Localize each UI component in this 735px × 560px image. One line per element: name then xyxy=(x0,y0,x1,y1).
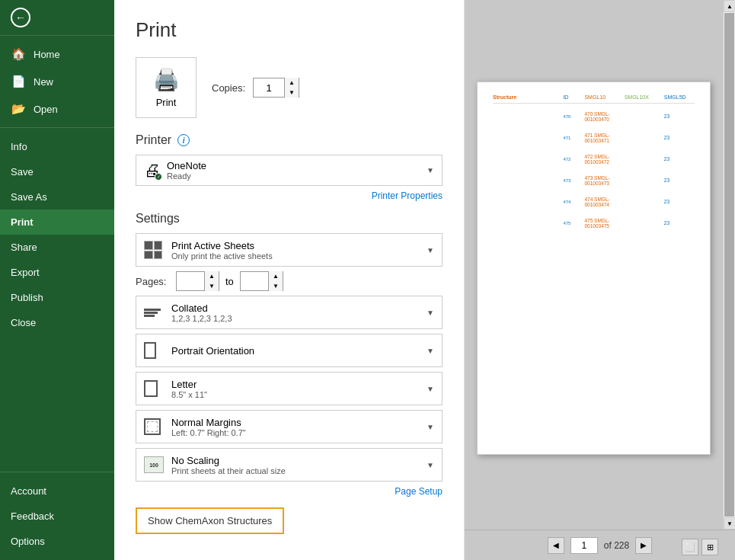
scroll-down[interactable]: ▼ xyxy=(724,517,735,530)
preview-v1-2: 472 SMGL-001003472 xyxy=(584,154,615,165)
print-panel: Print 🖨️ Print Copies: ▲ ▼ xyxy=(114,0,735,560)
collated-icon xyxy=(144,309,165,317)
preview-data-row-1: 471 471 SMGL-001003471 23 xyxy=(493,133,695,143)
pages-from-field[interactable] xyxy=(177,272,204,290)
margins-dropdown[interactable]: Normal Margins Left: 0.7" Right: 0.7" ▼ xyxy=(136,410,443,443)
print-sheets-icon xyxy=(144,241,165,259)
preview-id-2: 472 xyxy=(563,157,575,162)
margins-text: Normal Margins Left: 0.7" Right: 0.7" xyxy=(171,417,420,437)
collated-main: Collated xyxy=(171,302,420,314)
print-sheets-dropdown[interactable]: Print Active Sheets Only print the activ… xyxy=(136,233,443,267)
new-icon: 📄 xyxy=(11,75,26,88)
pages-to-up[interactable]: ▲ xyxy=(269,271,283,281)
print-button-label: Print xyxy=(156,97,177,108)
sidebar-item-new[interactable]: 📄 New xyxy=(0,68,114,95)
pages-to-label: to xyxy=(225,276,234,287)
page-title: Print xyxy=(136,18,443,42)
sidebar-item-home-label: Home xyxy=(34,49,60,60)
orientation-arrow: ▼ xyxy=(427,347,434,355)
sidebar-item-feedback-label: Feedback xyxy=(11,510,54,522)
sidebar-item-print[interactable]: Print xyxy=(0,210,114,235)
collated-sub: 1,2,3 1,2,3 1,2,3 xyxy=(171,314,420,323)
page-setup-link[interactable]: Page Setup xyxy=(136,486,443,497)
sidebar-item-save[interactable]: Save xyxy=(0,159,114,184)
scaling-sub: Print sheets at their actual size xyxy=(171,466,420,475)
copies-decrement[interactable]: ▼ xyxy=(285,88,299,98)
printer-icon: 🖨️ xyxy=(153,67,180,92)
preview-id-5: 475 xyxy=(563,221,575,226)
preview-v3-4: 23 xyxy=(664,199,695,204)
sidebar-item-options[interactable]: Options xyxy=(0,529,114,554)
preview-data-row-0: 470 470 SMGL-001003470 23 xyxy=(493,111,695,122)
preview-scrollbar: ▲ ▼ xyxy=(723,0,735,530)
view-icons: ⬜ ⊞ xyxy=(682,539,718,555)
preview-col-structure: Structure xyxy=(493,94,554,100)
sidebar-item-saveas[interactable]: Save As xyxy=(0,184,114,210)
pages-label: Pages: xyxy=(136,276,170,287)
scroll-up[interactable]: ▲ xyxy=(724,0,735,12)
pages-to-down[interactable]: ▼ xyxy=(269,281,283,291)
copies-increment[interactable]: ▲ xyxy=(285,78,299,88)
preview-col-smgl10: SMGL10 xyxy=(584,94,615,100)
pages-from-wrap: ▲ ▼ xyxy=(176,271,219,291)
orientation-dropdown[interactable]: Portrait Orientation ▼ xyxy=(136,334,443,367)
copies-field[interactable] xyxy=(254,78,284,97)
preview-col-id: ID xyxy=(563,94,575,100)
scaling-main: No Scaling xyxy=(171,455,420,466)
sidebar-item-publish[interactable]: Publish xyxy=(0,285,114,310)
sidebar-item-info[interactable]: Info xyxy=(0,134,114,159)
show-chemaxon-button[interactable]: Show ChemAxon Structures xyxy=(136,507,284,534)
sidebar-item-open[interactable]: 📂 Open xyxy=(0,95,114,123)
preview-v1-0: 470 SMGL-001003470 xyxy=(584,111,615,122)
sidebar-item-close[interactable]: Close xyxy=(0,310,114,335)
printer-info-icon[interactable]: i xyxy=(177,134,190,146)
preview-sheet: Structure ID SMGL10 SMGL10X SMGL5D 470 4… xyxy=(477,82,711,455)
preview-nav: ◀ of 228 ▶ ⬜ ⊞ xyxy=(465,530,735,560)
copies-row: Copies: ▲ ▼ xyxy=(212,78,299,98)
single-page-view-button[interactable]: ⬜ xyxy=(682,539,698,555)
print-sheets-arrow: ▼ xyxy=(427,246,434,254)
preview-id-3: 473 xyxy=(563,178,575,183)
scaling-text: No Scaling Print sheets at their actual … xyxy=(171,455,420,475)
preview-content: Structure ID SMGL10 SMGL10X SMGL5D 470 4… xyxy=(478,82,710,454)
pages-from-down[interactable]: ▼ xyxy=(205,281,219,291)
sidebar-item-publish-label: Publish xyxy=(11,292,43,303)
copies-spinner: ▲ ▼ xyxy=(284,78,299,98)
prev-page-button[interactable]: ◀ xyxy=(548,537,564,554)
sidebar-item-home[interactable]: 🏠 Home xyxy=(0,40,114,68)
paper-sub: 8.5" x 11" xyxy=(171,390,420,399)
sidebar-item-export[interactable]: Export xyxy=(0,260,114,285)
scaling-dropdown[interactable]: 100 No Scaling Print sheets at their act… xyxy=(136,448,443,482)
sidebar-menu: Info Save Save As Print Share Export Pub… xyxy=(0,128,114,472)
multi-page-view-button[interactable]: ⊞ xyxy=(701,539,718,555)
collated-dropdown[interactable]: Collated 1,2,3 1,2,3 1,2,3 ▼ xyxy=(136,296,443,329)
preview-v3-2: 23 xyxy=(664,156,695,162)
sidebar-nav-top: 🏠 Home 📄 New 📂 Open xyxy=(0,36,114,128)
preview-col-smgl5d: SMGL5D xyxy=(664,94,695,100)
back-button[interactable]: ← xyxy=(0,0,114,36)
printer-dropdown[interactable]: 🖨 OneNote Ready ▼ xyxy=(136,155,443,186)
printer-dropdown-arrow: ▼ xyxy=(427,166,434,174)
preview-v3-0: 23 xyxy=(664,114,695,119)
preview-v1-4: 474 SMGL-001003474 xyxy=(584,197,615,207)
margins-icon xyxy=(144,418,165,435)
sidebar-item-info-label: Info xyxy=(11,141,27,152)
preview-v1-3: 473 SMGL-001003473 xyxy=(584,175,615,186)
page-number-input[interactable] xyxy=(570,537,598,554)
printer-properties-link[interactable]: Printer Properties xyxy=(136,190,443,201)
sidebar-item-share[interactable]: Share xyxy=(0,235,114,260)
sidebar-item-account[interactable]: Account xyxy=(0,478,114,504)
orientation-text: Portrait Orientation xyxy=(171,345,420,357)
print-sheets-sub: Only print the active sheets xyxy=(171,251,420,261)
printer-icon-wrap: 🖨 xyxy=(144,161,161,181)
pages-to-field[interactable] xyxy=(241,272,268,290)
pages-from-up[interactable]: ▲ xyxy=(205,271,219,281)
sidebar-item-open-label: Open xyxy=(34,104,58,115)
next-page-button[interactable]: ▶ xyxy=(635,537,652,554)
sidebar-item-feedback[interactable]: Feedback xyxy=(0,504,114,529)
paper-dropdown[interactable]: Letter 8.5" x 11" ▼ xyxy=(136,372,443,405)
sidebar-item-close-label: Close xyxy=(11,317,36,328)
sidebar-bottom: Account Feedback Options xyxy=(0,472,114,560)
print-button[interactable]: 🖨️ Print xyxy=(136,57,197,118)
scroll-thumb[interactable] xyxy=(724,13,734,517)
